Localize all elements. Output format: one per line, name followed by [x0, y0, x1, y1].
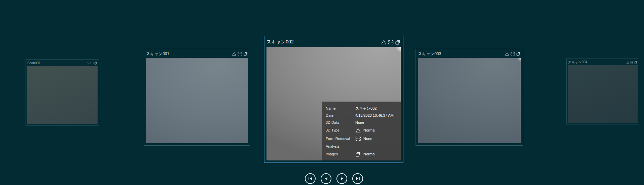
- card-title: スキャン004: [568, 60, 587, 65]
- scan-card-scan001[interactable]: Scan001: [26, 59, 99, 126]
- info-label: Analysis: [326, 144, 355, 148]
- form-removal-icon: [90, 62, 94, 65]
- card-status-icons: [505, 52, 521, 56]
- skip-first-icon: [308, 177, 313, 181]
- images-icon: [243, 52, 248, 56]
- card-title: Scan001: [27, 61, 40, 65]
- card-header: スキャン001: [146, 50, 248, 57]
- info-label: Date: [326, 113, 355, 117]
- card-title: スキャン002: [266, 39, 294, 45]
- card-title: スキャン003: [418, 51, 441, 57]
- info-label: Images: [326, 152, 355, 156]
- 3d-type-icon: [232, 52, 237, 56]
- scan-card-scan004[interactable]: スキャン004: [566, 59, 639, 124]
- next-button[interactable]: [336, 173, 347, 184]
- previous-button[interactable]: [321, 173, 331, 184]
- info-label: Name: [326, 106, 355, 110]
- info-row-form-removal: Form Removal None: [326, 135, 399, 143]
- info-row-name: Name スキャン002: [326, 105, 399, 112]
- info-value: Normal: [363, 152, 375, 156]
- form-removal-icon: [238, 52, 242, 56]
- info-row-3d-data: 3D Data None: [326, 119, 399, 126]
- card-header: スキャン002: [266, 38, 401, 46]
- triangle-icon: [355, 128, 361, 133]
- scan-info-panel: Name スキャン002 Date 4/13/2023 10:46:37 AM …: [322, 102, 401, 160]
- form-removal-icon: [510, 52, 515, 56]
- info-row-3d-type: 3D Type Normal: [326, 126, 399, 135]
- info-value: Normal: [363, 128, 375, 132]
- card-status-icons: [86, 62, 98, 65]
- info-label: Form Removal: [326, 137, 355, 141]
- carousel-navigation: [305, 173, 363, 184]
- scan-card-scan002-selected[interactable]: スキャン002 Name スキャン002 Date 4/13/2023 10:4…: [264, 36, 403, 163]
- images-icon: [94, 62, 98, 65]
- scan-thumbnail: [418, 58, 521, 143]
- card-status-icons: [232, 52, 248, 56]
- card-status-icons: [381, 40, 401, 45]
- info-row-images: Images Normal: [326, 150, 399, 158]
- form-removal-icon: [630, 61, 634, 64]
- first-button[interactable]: [305, 173, 316, 184]
- last-button[interactable]: [352, 173, 363, 184]
- info-value: None: [363, 137, 372, 141]
- card-header: スキャン003: [418, 50, 521, 57]
- images-icon: [395, 40, 401, 45]
- info-value: 4/13/2023 10:46:37 AM: [355, 113, 394, 117]
- info-value: スキャン002: [355, 106, 377, 110]
- 3d-type-icon: [86, 62, 90, 65]
- card-header: Scan001: [27, 61, 98, 65]
- 3d-type-icon: [626, 61, 630, 64]
- info-label: 3D Type: [326, 128, 355, 132]
- previous-icon: [324, 177, 328, 181]
- 3d-type-icon: [505, 52, 509, 56]
- info-label: 3D Data: [326, 120, 355, 124]
- scan-thumbnail: [27, 66, 98, 124]
- next-icon: [340, 177, 344, 181]
- scan-card-scan003[interactable]: スキャン003: [416, 49, 523, 146]
- info-value: None: [355, 120, 364, 124]
- info-row-date: Date 4/13/2023 10:46:37 AM: [326, 112, 399, 119]
- form-removal-icon: [388, 40, 394, 45]
- form-removal-icon: [355, 136, 361, 141]
- skip-last-icon: [356, 177, 360, 181]
- card-status-icons: [626, 61, 638, 64]
- images-icon: [634, 61, 638, 64]
- scan-card-scan001-jp[interactable]: スキャン001: [144, 49, 250, 146]
- scan-carousel: Scan001 スキャン001 スキャン002: [0, 0, 644, 185]
- card-header: スキャン004: [568, 60, 638, 65]
- 3d-type-icon: [381, 40, 387, 45]
- info-row-analysis: Analysis: [326, 143, 399, 150]
- scan-thumbnail: [568, 65, 638, 123]
- images-icon: [355, 152, 361, 157]
- scan-thumbnail: [146, 58, 248, 143]
- card-title: スキャン001: [146, 51, 169, 57]
- scan-thumbnail: Name スキャン002 Date 4/13/2023 10:46:37 AM …: [266, 47, 401, 160]
- images-icon: [516, 52, 521, 56]
